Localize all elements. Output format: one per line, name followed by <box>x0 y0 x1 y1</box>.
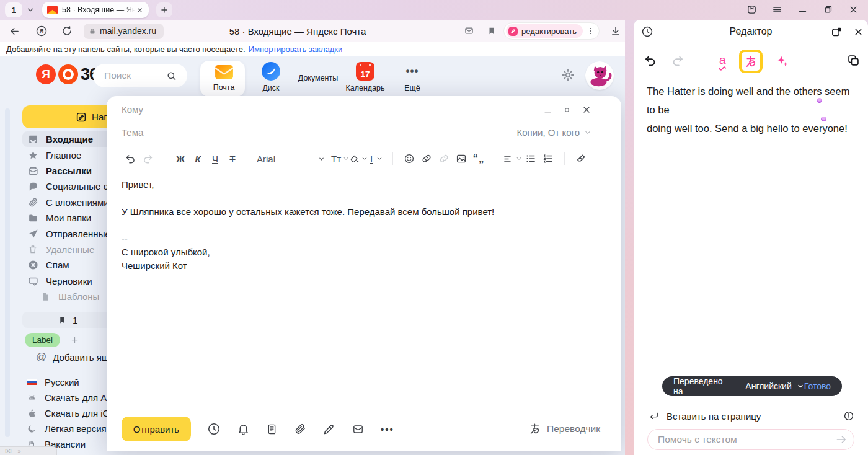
open-in-window-icon[interactable] <box>831 26 843 38</box>
edit-button-label: редактировать <box>521 27 577 36</box>
new-tab-button[interactable] <box>156 2 172 17</box>
text-color-button[interactable]: I <box>368 150 385 167</box>
tab-close-icon[interactable] <box>136 7 143 14</box>
link-icon[interactable] <box>418 150 435 167</box>
label-pill[interactable]: Label <box>25 333 60 347</box>
translated-text[interactable]: The Hatter is doing well and the others … <box>647 82 855 138</box>
edit-mode-group: редактировать <box>503 22 600 40</box>
envelope-icon[interactable] <box>352 423 365 435</box>
highlight-color-button[interactable] <box>349 150 368 167</box>
message-body[interactable]: Привет, У Шляпника все хорошо у остальны… <box>122 178 596 273</box>
import-bookmarks-link[interactable]: Импортировать закладки <box>249 45 343 54</box>
chevron-down-icon <box>516 156 522 162</box>
chevron-down-icon <box>361 156 368 162</box>
submit-arrow-icon[interactable] <box>835 433 848 446</box>
reminder-bell-icon[interactable] <box>237 423 250 436</box>
done-button[interactable]: Готово <box>804 381 831 391</box>
browser-tab[interactable]: 58 · Входящие — Яндекс Почта <box>42 2 149 18</box>
info-icon[interactable] <box>843 410 854 422</box>
spellcheck-icon[interactable]: a <box>719 53 726 67</box>
light-version-link[interactable]: Лёгкая версия <box>26 423 107 434</box>
schedule-send-icon[interactable] <box>207 422 221 436</box>
translate-highlight-box[interactable] <box>739 50 763 73</box>
edit-pencil-icon <box>508 27 518 36</box>
ai-sparkles-icon[interactable] <box>775 54 789 68</box>
edit-more-icon[interactable] <box>587 27 595 35</box>
panel-divider[interactable] <box>625 20 634 455</box>
add-label-icon[interactable] <box>70 335 79 345</box>
avatar[interactable] <box>585 61 614 90</box>
selection-handle-start[interactable] <box>817 98 822 103</box>
window-minimize-icon[interactable] <box>797 4 808 15</box>
editor-redo-icon[interactable] <box>671 54 684 68</box>
more-apps-icon: ••• <box>389 62 436 81</box>
more-options-icon[interactable]: ••• <box>381 424 394 435</box>
tab-list-chevron-icon[interactable] <box>26 6 35 14</box>
search-box[interactable] <box>93 64 187 87</box>
mail-feature-icon[interactable] <box>464 26 474 35</box>
app-docs[interactable]: Документы <box>294 60 342 82</box>
ai-prompt-box[interactable] <box>647 429 854 450</box>
numbered-list-icon[interactable] <box>539 150 557 167</box>
eraser-icon[interactable] <box>572 150 590 167</box>
window-close-icon[interactable] <box>848 4 859 15</box>
insert-to-page-button[interactable]: Вставить на страницу <box>649 410 854 422</box>
font-family-select[interactable]: Arial <box>257 154 325 164</box>
app-more[interactable]: ••• Ещё <box>389 60 436 92</box>
emoji-icon[interactable] <box>401 150 418 167</box>
language-select[interactable]: Английский <box>745 381 804 391</box>
back-icon[interactable] <box>9 25 20 37</box>
selection-handle-end[interactable] <box>821 117 826 121</box>
search-icon[interactable] <box>166 71 177 81</box>
translator-toggle[interactable]: Переводчик <box>529 423 600 435</box>
bookmark-page-icon[interactable] <box>487 26 496 36</box>
browser-window: 1 58 · Входящие — Яндекс Почта <box>0 0 868 455</box>
compose-close-icon[interactable] <box>582 105 591 115</box>
tab-group-counter[interactable]: 1 <box>5 2 22 17</box>
copy-icon[interactable] <box>847 54 860 67</box>
bullet-list-icon[interactable] <box>522 150 539 167</box>
bold-button[interactable]: Ж <box>172 150 189 167</box>
at-icon: @ <box>36 351 46 363</box>
font-size-select[interactable]: Tт <box>331 150 349 167</box>
align-button[interactable] <box>503 150 522 167</box>
undo-icon[interactable] <box>122 150 139 167</box>
downloads-icon[interactable] <box>610 25 621 37</box>
send-button[interactable]: Отправить <box>122 417 191 441</box>
attach-file-icon[interactable] <box>294 423 306 435</box>
to-field[interactable]: Кому <box>122 104 143 115</box>
folder-label: Мои папки <box>46 213 91 223</box>
subject-field[interactable]: Тема <box>122 127 143 138</box>
reload-icon[interactable] <box>61 25 73 37</box>
translated-prefix: Переведено на <box>673 376 732 396</box>
language-link[interactable]: Русский <box>26 377 79 387</box>
edit-button[interactable]: редактировать <box>506 24 583 38</box>
window-restore-icon[interactable] <box>823 4 833 15</box>
compose-minimize-icon[interactable] <box>543 105 552 115</box>
insert-image-icon[interactable] <box>453 150 470 167</box>
redo-icon[interactable] <box>139 150 156 167</box>
italic-button[interactable]: К <box>189 150 206 167</box>
side-panel-icon[interactable] <box>746 4 757 15</box>
quote-button[interactable]: “„ <box>470 150 487 167</box>
app-mail[interactable]: Почта <box>200 60 247 92</box>
underline-button[interactable]: Ч <box>206 150 224 167</box>
signature-pen-icon[interactable] <box>322 423 335 436</box>
unlink-icon[interactable] <box>435 150 453 167</box>
settings-gear-icon[interactable] <box>561 68 575 82</box>
url-field[interactable]: mail.yandex.ru <box>84 24 164 39</box>
notes-icon[interactable] <box>266 423 278 436</box>
download-ios-link[interactable]: Скачать для iOS <box>26 408 116 418</box>
yandex-browser-icon[interactable]: Я <box>35 25 48 37</box>
app-disk[interactable]: Диск <box>247 60 294 92</box>
app-calendar[interactable]: 17 Календарь <box>342 60 389 92</box>
panel-close-icon[interactable] <box>853 27 864 37</box>
folder-label: Рассылки <box>46 166 92 176</box>
compose-expand-icon[interactable] <box>563 106 571 114</box>
editor-undo-icon[interactable] <box>644 54 657 68</box>
ai-prompt-input[interactable] <box>658 434 835 445</box>
browser-menu-icon[interactable] <box>772 4 782 15</box>
search-input[interactable] <box>104 70 166 81</box>
cc-from-toggle[interactable]: Копии, От кого <box>516 127 591 138</box>
strikethrough-button[interactable]: Т <box>224 150 241 167</box>
